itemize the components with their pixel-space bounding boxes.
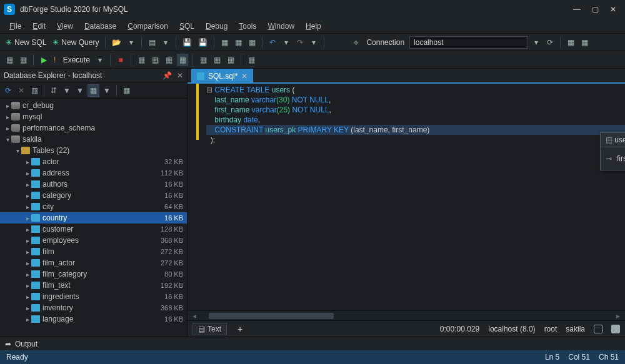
horizontal-scrollbar[interactable]: ◂ ▸ bbox=[188, 310, 625, 320]
tool-icon[interactable]: ▦ bbox=[177, 54, 188, 66]
tree-node-authors[interactable]: ▸authors16 KB bbox=[0, 179, 187, 190]
titlebar: S dbForge Studio 2020 for MySQL — ▢ ✕ bbox=[0, 0, 625, 19]
dropdown-icon[interactable]: ▾ bbox=[160, 36, 171, 49]
tree-node-customer[interactable]: ▸customer128 KB bbox=[0, 224, 187, 235]
menu-help[interactable]: Help bbox=[301, 20, 326, 32]
tool-icon[interactable]: ▼ bbox=[61, 84, 72, 97]
history-icon[interactable]: ▦ bbox=[4, 54, 15, 66]
tool-icon[interactable]: ▦ bbox=[149, 54, 161, 66]
new-sql-button[interactable]: ✳New SQL bbox=[4, 36, 48, 49]
delete-icon[interactable]: ✕ bbox=[16, 84, 27, 97]
undo-icon[interactable]: ↶ bbox=[267, 36, 278, 49]
close-icon[interactable]: ✕ bbox=[177, 71, 183, 80]
tree-node-employees[interactable]: ▸employees368 KB bbox=[0, 235, 187, 246]
autocomplete-item[interactable]: ⊸ first_name varchar(25) NOT NULL bbox=[601, 147, 625, 170]
tree-node-film-category[interactable]: ▸film_category80 KB bbox=[0, 268, 187, 280]
menu-tools[interactable]: Tools bbox=[234, 20, 261, 32]
tree-node-inventory[interactable]: ▸inventory368 KB bbox=[0, 302, 187, 313]
close-button[interactable]: ✕ bbox=[610, 5, 616, 14]
tree-node-actor[interactable]: ▸actor32 KB bbox=[0, 156, 187, 167]
menu-database[interactable]: Database bbox=[80, 20, 121, 32]
scrollbar-thumb[interactable] bbox=[209, 313, 334, 319]
dropdown-icon[interactable]: ▾ bbox=[281, 36, 292, 49]
dropdown-icon[interactable]: ▾ bbox=[531, 36, 542, 49]
save-icon[interactable]: 💾 bbox=[181, 36, 194, 49]
tool-icon[interactable]: ▦ bbox=[225, 54, 236, 66]
screen-icon[interactable] bbox=[594, 325, 602, 333]
code-editor[interactable]: ⊟ CREATE TABLE users ( last_name varchar… bbox=[188, 84, 625, 310]
dropdown-icon[interactable]: ▾ bbox=[94, 54, 106, 66]
new-query-button[interactable]: ✳New Query bbox=[51, 36, 101, 49]
dropdown-icon[interactable]: ▾ bbox=[126, 36, 137, 49]
app-logo: S bbox=[4, 4, 15, 15]
sql-icon[interactable]: ▤ bbox=[146, 36, 158, 49]
tab-label: SQL.sql* bbox=[208, 72, 238, 81]
editor-area: SQL.sql* ✕ ⊟ CREATE TABLE users ( last_n… bbox=[188, 69, 625, 337]
close-icon[interactable]: ✕ bbox=[241, 72, 248, 81]
statusbar: Ready Ln 5 Col 51 Ch 51 bbox=[0, 350, 625, 364]
tree-node-category[interactable]: ▸category16 KB bbox=[0, 190, 187, 201]
tab-sql[interactable]: SQL.sql* ✕ bbox=[191, 69, 253, 82]
pin-icon[interactable]: 📌 bbox=[162, 71, 172, 80]
tool-icon[interactable]: ▦ bbox=[579, 36, 590, 49]
refresh-icon[interactable]: ⟳ bbox=[2, 84, 14, 97]
tool-icon[interactable]: ▦ bbox=[219, 36, 230, 49]
output-label: Output bbox=[15, 340, 38, 348]
run-icon[interactable]: ▶ bbox=[38, 54, 49, 66]
add-tab-button[interactable]: + bbox=[233, 323, 247, 335]
redo-icon[interactable]: ↷ bbox=[294, 36, 306, 49]
tool-icon[interactable]: ▼ bbox=[74, 84, 86, 97]
refresh-icon[interactable]: ⟳ bbox=[544, 36, 556, 49]
tool-icon[interactable]: ▦ bbox=[246, 54, 257, 66]
tree-node-cr-debug[interactable]: ▸cr_debug bbox=[0, 100, 187, 111]
tree-node-performance-schema[interactable]: ▸performance_schema bbox=[0, 122, 187, 134]
tree-node-film[interactable]: ▸film272 KB bbox=[0, 246, 187, 257]
autocomplete-popup[interactable]: ▤ users.first_name (Column) ⊸ first_name… bbox=[600, 132, 625, 170]
menu-debug[interactable]: Debug bbox=[201, 20, 232, 32]
tree-node-mysql[interactable]: ▸mysql bbox=[0, 111, 187, 122]
menu-window[interactable]: Window bbox=[263, 20, 299, 32]
tool-icon[interactable]: ▦ bbox=[163, 54, 174, 66]
tool-icon[interactable]: ▦ bbox=[232, 36, 244, 49]
tool-icon[interactable]: ▦ bbox=[246, 36, 258, 49]
tool-icon[interactable]: ▦ bbox=[198, 54, 209, 66]
execute-button[interactable]: ! Execute bbox=[52, 54, 92, 66]
layout-icon[interactable] bbox=[611, 325, 620, 333]
connection-input[interactable] bbox=[409, 36, 528, 49]
layout-icon[interactable]: ▦ bbox=[88, 84, 99, 97]
menu-view[interactable]: View bbox=[52, 20, 78, 32]
menu-file[interactable]: File bbox=[5, 20, 26, 32]
menu-sql[interactable]: SQL bbox=[175, 20, 199, 32]
tool-icon[interactable]: ▦ bbox=[211, 54, 222, 66]
window-controls: — ▢ ✕ bbox=[573, 5, 625, 14]
filter-icon[interactable]: ▼ bbox=[101, 84, 112, 97]
dropdown-icon[interactable]: ▾ bbox=[308, 36, 319, 49]
tool-icon[interactable]: ▦ bbox=[136, 54, 147, 66]
tool-icon[interactable]: ⇵ bbox=[48, 84, 59, 97]
tool-icon[interactable]: ▦ bbox=[565, 36, 576, 49]
tree-node-address[interactable]: ▸address112 KB bbox=[0, 167, 187, 179]
save-all-icon[interactable]: 💾 bbox=[196, 36, 209, 49]
connection-icon[interactable]: ⎆ bbox=[350, 36, 361, 49]
minimize-button[interactable]: — bbox=[573, 5, 581, 14]
menu-comparison[interactable]: Comparison bbox=[123, 20, 172, 32]
tool-icon[interactable]: ▦ bbox=[121, 84, 132, 97]
tab-text[interactable]: ▤ Text bbox=[192, 323, 227, 335]
tree[interactable]: ▸cr_debug▸mysql▸performance_schema▾sakil… bbox=[0, 99, 187, 337]
history-icon[interactable]: ▦ bbox=[18, 54, 29, 66]
tree-node-city[interactable]: ▸city64 KB bbox=[0, 201, 187, 212]
open-icon[interactable]: 📂 bbox=[110, 36, 123, 49]
maximize-button[interactable]: ▢ bbox=[592, 5, 599, 14]
tree-node-film-actor[interactable]: ▸film_actor272 KB bbox=[0, 257, 187, 268]
tree-node-sakila[interactable]: ▾sakila bbox=[0, 134, 187, 145]
new-icon[interactable]: ▥ bbox=[29, 84, 40, 97]
menu-edit[interactable]: Edit bbox=[28, 20, 50, 32]
tree-node-country[interactable]: ▸country16 KB bbox=[0, 212, 187, 224]
tree-node-film-text[interactable]: ▸film_text192 KB bbox=[0, 280, 187, 291]
explorer-toolbar: ⟳ ✕ ▥ ⇵ ▼ ▼ ▦ ▼ ▦ bbox=[0, 82, 187, 99]
stop-icon[interactable]: ■ bbox=[115, 54, 126, 66]
tree-node-tables-22-[interactable]: ▾Tables (22) bbox=[0, 145, 187, 156]
output-panel-header[interactable]: ➦ Output bbox=[0, 337, 625, 350]
tree-node-language[interactable]: ▸language16 KB bbox=[0, 313, 187, 325]
tree-node-ingredients[interactable]: ▸ingredients16 KB bbox=[0, 291, 187, 302]
